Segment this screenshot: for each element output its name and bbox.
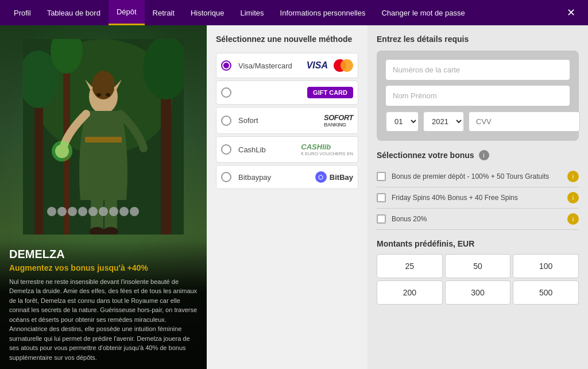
bonus-option-bonus20[interactable]: Bonus 20% i [377, 209, 579, 230]
right-panel: Entrez les détails requis 010203 040506 … [368, 25, 588, 369]
bonus-title-row: Sélectionnez votre bonus i [377, 150, 579, 160]
bonus-info-icon[interactable]: i [479, 150, 489, 160]
character-svg [23, 39, 184, 235]
bitbay-icon: ⬡ [315, 171, 327, 183]
sofort-radio[interactable] [221, 116, 231, 126]
svg-point-13 [106, 93, 110, 97]
bitbaypay-label: Bitbaypay [238, 173, 315, 182]
cashlib-logo: CASHlib € EURO VOUCHERS EN [301, 143, 353, 156]
svg-point-16 [52, 141, 72, 162]
card-form: 010203 040506 070809 101112 202120222023… [377, 51, 579, 141]
character-info: DEMELZA Augmentez vos bonus jusqu'à +40%… [0, 241, 207, 370]
character-name: DEMELZA [9, 248, 198, 261]
sofort-logo: SOFORT BANKING [324, 113, 353, 128]
amount-25[interactable]: 25 [377, 254, 443, 278]
first-deposit-checkbox[interactable] [377, 172, 386, 181]
svg-rect-14 [85, 137, 122, 143]
nav-item-profil[interactable]: Profil [6, 0, 39, 25]
svg-point-24 [78, 207, 87, 216]
amounts-grid: 25 50 100 200 300 500 [377, 254, 579, 305]
character-art [0, 25, 207, 249]
amounts-section: Montants prédéfinis, EUR 25 50 100 200 3… [377, 239, 579, 305]
amounts-title: Montants prédéfinis, EUR [377, 239, 579, 248]
gift-card-logo: GIFT CARD [307, 87, 353, 98]
bonus20-info-icon[interactable]: i [567, 213, 579, 225]
bonus-section-title: Sélectionnez votre bonus [377, 151, 474, 160]
payment-method-sofort[interactable]: Sofort SOFORT BANKING [216, 107, 358, 134]
character-panel: DEMELZA Augmentez vos bonus jusqu'à +40%… [0, 25, 207, 369]
svg-point-9 [92, 71, 115, 99]
bitbay-text: BitBay [330, 173, 353, 182]
svg-point-23 [68, 207, 77, 216]
amount-200[interactable]: 200 [377, 280, 443, 305]
svg-point-29 [130, 207, 139, 216]
amount-100[interactable]: 100 [513, 254, 579, 278]
friday-spins-text: Friday Spins 40% Bonus + 40 Free Spins [392, 194, 562, 202]
first-deposit-info-icon[interactable]: i [567, 171, 579, 182]
amount-50[interactable]: 50 [445, 254, 511, 278]
navigation: Profil Tableau de bord Dépôt Retrait His… [0, 0, 588, 25]
visa-radio[interactable] [221, 60, 231, 71]
character-description: Nul terrestre ne reste insensible devant… [9, 277, 198, 363]
bonus20-checkbox[interactable] [377, 214, 386, 224]
bonus20-text: Bonus 20% [392, 215, 562, 223]
friday-spins-info-icon[interactable]: i [567, 192, 579, 203]
close-button[interactable]: ✕ [560, 0, 582, 25]
svg-point-26 [99, 207, 108, 216]
visa-text: VISA [307, 60, 328, 71]
nav-item-limites[interactable]: Limites [232, 0, 272, 25]
bonus-section: Sélectionnez votre bonus i Bonus de prem… [377, 150, 579, 230]
visa-logo: VISA [307, 59, 353, 72]
card-number-input[interactable] [386, 60, 570, 80]
friday-spins-checkbox[interactable] [377, 193, 386, 202]
character-bonus-title: Augmentez vos bonus jusqu'à +40% [9, 263, 198, 272]
visa-label: Visa/Mastercard [238, 62, 307, 70]
svg-point-21 [47, 207, 56, 216]
year-select[interactable]: 202120222023 202420252026 [423, 112, 464, 132]
payment-method-bitbaypay[interactable]: Bitbaypay ⬡ BitBay [216, 165, 358, 189]
cashlib-radio[interactable] [221, 144, 231, 155]
payment-methods-panel: Sélectionnez une nouvelle méthode Visa/M… [207, 25, 368, 369]
amount-500[interactable]: 500 [513, 280, 579, 305]
form-section-title: Entrez les détails requis [377, 34, 579, 44]
payment-method-cashlib[interactable]: CashLib CASHlib € EURO VOUCHERS EN [216, 136, 358, 163]
nav-item-changer-mot-de-passe[interactable]: Changer le mot de passe [373, 0, 473, 25]
bitbay-logo: ⬡ BitBay [315, 171, 353, 183]
name-input[interactable] [386, 86, 570, 106]
cashlib-label: CashLib [238, 145, 301, 154]
payment-method-visa[interactable]: Visa/Mastercard VISA [216, 53, 358, 78]
first-deposit-text: Bonus de premier dépôt - 100% + 50 Tours… [392, 172, 562, 180]
bonus-option-friday-spins[interactable]: Friday Spins 40% Bonus + 40 Free Spins i [377, 187, 579, 209]
svg-point-25 [88, 207, 98, 216]
nav-item-informations-personnelles[interactable]: Informations personnelles [272, 0, 374, 25]
svg-point-28 [119, 207, 129, 216]
svg-point-12 [96, 93, 101, 97]
sofort-label: Sofort [238, 116, 324, 125]
nav-item-tableau-de-bord[interactable]: Tableau de bord [39, 0, 109, 25]
svg-point-27 [109, 207, 118, 216]
nav-item-historique[interactable]: Historique [183, 0, 233, 25]
payment-section-title: Sélectionnez une nouvelle méthode [216, 34, 358, 44]
month-select[interactable]: 010203 040506 070809 101112 [386, 112, 419, 132]
date-cvv-row: 010203 040506 070809 101112 202120222023… [386, 112, 570, 132]
giftcard-radio[interactable] [221, 87, 231, 98]
payment-method-giftcard[interactable]: GIFT CARD [216, 80, 358, 105]
amount-300[interactable]: 300 [445, 280, 511, 305]
nav-item-depot[interactable]: Dépôt [109, 0, 145, 25]
main-content: DEMELZA Augmentez vos bonus jusqu'à +40%… [0, 25, 588, 369]
cvv-input[interactable] [469, 112, 580, 132]
nav-item-retrait[interactable]: Retrait [145, 0, 183, 25]
svg-point-22 [57, 207, 67, 216]
bitbaypay-radio[interactable] [221, 172, 231, 182]
bonus-option-first-deposit[interactable]: Bonus de premier dépôt - 100% + 50 Tours… [377, 166, 579, 187]
